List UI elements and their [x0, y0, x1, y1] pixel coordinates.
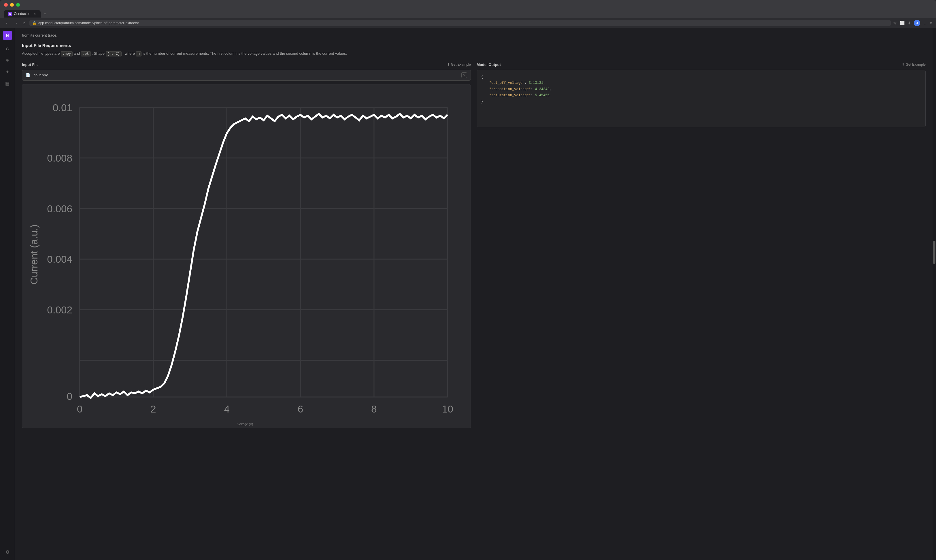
dropdown-icon[interactable]: ▾ [930, 21, 932, 25]
minimize-window-button[interactable] [10, 3, 14, 7]
svg-rect-0 [25, 89, 466, 420]
menu-icon[interactable]: ⋮ [923, 21, 927, 25]
input-file-label: Input File [22, 63, 38, 67]
json-saturation-key: "saturation_voltage" [490, 93, 531, 97]
model-output-box: { "cut_off_voltage": 3.13131, "transitio… [477, 70, 926, 127]
sidebar-item-integrations[interactable]: ✦ [2, 66, 13, 77]
desc-prefix: Accepted file types are [22, 51, 60, 55]
url-bar[interactable]: 🔒 app.conductorquantum.com/models/pinch-… [29, 20, 891, 26]
output-get-example-button[interactable]: ⬇ Get Example [902, 63, 926, 66]
n-code: n [136, 51, 142, 57]
model-output-header: Model Output ⬇ Get Example [477, 63, 926, 67]
tab-title: Conductor [14, 12, 30, 16]
section-title: Input File Requirements [22, 43, 926, 48]
sidebar-item-settings[interactable]: ⚙ [2, 547, 13, 557]
filetype-npy: .npy [61, 51, 72, 57]
bookmark-icon[interactable]: ☆ [893, 21, 897, 25]
maximize-window-button[interactable] [16, 3, 20, 7]
input-file-column: Input File ⬇ Get Example 📄 input.npy × [22, 63, 471, 428]
file-clear-button[interactable]: × [461, 72, 467, 78]
file-icon: 📄 [26, 73, 30, 77]
extensions-icon[interactable]: ⬜ [900, 21, 905, 25]
svg-text:0.004: 0.004 [47, 254, 72, 265]
svg-text:6: 6 [298, 403, 303, 414]
input-get-example-button[interactable]: ⬇ Get Example [447, 63, 471, 66]
user-avatar[interactable]: J [914, 20, 920, 26]
two-col-layout: Input File ⬇ Get Example 📄 input.npy × [22, 63, 926, 428]
chart-area: 0.01 0.008 0.006 0.004 0.002 0 0 2 4 6 8 [25, 89, 466, 421]
scrollbar-track[interactable] [933, 28, 936, 560]
app-layout: N ⌂ ⎈ ✦ ▦ ⚙ from its current trace. Inpu… [0, 28, 936, 560]
file-input-bar[interactable]: 📄 input.npy × [22, 70, 471, 81]
intro-text: from its current trace. [22, 32, 926, 38]
download-example-icon: ⬇ [447, 63, 450, 66]
json-cut-off-line: "cut_off_voltage": 3.13131, [481, 80, 921, 86]
close-tab-button[interactable]: × [32, 12, 37, 16]
address-bar: ← → ↺ 🔒 app.conductorquantum.com/models/… [0, 18, 936, 28]
svg-text:0.006: 0.006 [47, 203, 72, 214]
url-text: app.conductorquantum.com/models/pinch-of… [38, 21, 139, 25]
json-transition-line: "transition_voltage": 4.34343, [481, 86, 921, 93]
main-content: from its current trace. Input File Requi… [15, 28, 933, 560]
sidebar-item-analytics[interactable]: ▦ [2, 78, 13, 88]
sidebar-item-models[interactable]: ⎈ [2, 55, 13, 65]
browser-tab[interactable]: N Conductor × [4, 10, 41, 18]
title-bar [0, 0, 936, 9]
close-window-button[interactable] [4, 3, 8, 7]
json-cut-off-val: 3.13131 [529, 81, 543, 85]
desc-suffix: is the number of current measurements. T… [143, 51, 347, 55]
chart-x-label: Voltage (V) [25, 422, 466, 426]
sidebar-item-home[interactable]: ⌂ [2, 43, 13, 54]
json-transition-val: 4.34343 [535, 87, 549, 91]
json-saturation-val: 5.45455 [535, 93, 549, 97]
json-transition-key: "transition_voltage" [490, 87, 531, 91]
svg-text:0.01: 0.01 [53, 102, 72, 113]
download-icon[interactable]: ⬇ [907, 21, 911, 25]
forward-button[interactable]: → [13, 20, 19, 26]
tab-favicon: N [8, 12, 12, 16]
scrollbar-thumb[interactable] [933, 241, 935, 264]
back-button[interactable]: ← [4, 20, 10, 26]
description-text: Accepted file types are .npy and .pt . S… [22, 51, 926, 57]
output-download-icon: ⬇ [902, 63, 905, 66]
input-file-header: Input File ⬇ Get Example [22, 63, 471, 67]
sidebar: N ⌂ ⎈ ✦ ▦ ⚙ [0, 28, 15, 560]
new-tab-button[interactable]: + [41, 9, 49, 18]
chart-container: 0.01 0.008 0.006 0.004 0.002 0 0 2 4 6 8 [22, 84, 471, 428]
model-output-label: Model Output [477, 63, 501, 67]
address-actions: ☆ ⬜ ⬇ J ⋮ ▾ [893, 20, 932, 26]
json-close-brace: } [481, 99, 921, 105]
shape-label: Shape [94, 51, 105, 55]
svg-text:2: 2 [151, 403, 156, 414]
svg-text:4: 4 [224, 403, 230, 414]
svg-text:Current (a.u.): Current (a.u.) [28, 225, 40, 285]
refresh-button[interactable]: ↺ [22, 20, 27, 26]
desc-and: and [74, 51, 80, 55]
shape-value: (n, 2) [106, 51, 122, 57]
model-output-column: Model Output ⬇ Get Example { "cut_off_vo… [477, 63, 926, 428]
json-saturation-line: "saturation_voltage": 5.45455 [481, 92, 921, 99]
svg-text:0.002: 0.002 [47, 304, 72, 315]
svg-text:0.008: 0.008 [47, 152, 72, 164]
tab-bar: N Conductor × + [0, 9, 936, 18]
app-logo[interactable]: N [3, 31, 12, 40]
json-cut-off-key: "cut_off_voltage" [490, 81, 525, 85]
file-name: input.npy [32, 73, 459, 77]
browser-chrome: N Conductor × + ← → ↺ 🔒 app.conductorqua… [0, 0, 936, 28]
svg-text:8: 8 [371, 403, 377, 414]
svg-text:0: 0 [66, 390, 72, 402]
svg-text:0: 0 [77, 403, 83, 414]
json-open-brace: { [481, 74, 921, 80]
where-label: where [125, 51, 135, 55]
filetype-pt: .pt [81, 51, 91, 57]
svg-text:10: 10 [442, 403, 453, 414]
chart-svg: 0.01 0.008 0.006 0.004 0.002 0 0 2 4 6 8 [25, 89, 466, 420]
